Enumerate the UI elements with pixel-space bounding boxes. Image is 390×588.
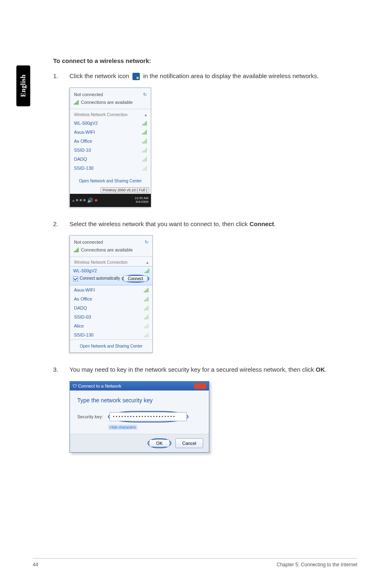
refresh-icon[interactable]: ↻ (143, 92, 147, 97)
network-tray-icon (132, 73, 140, 80)
close-icon[interactable] (194, 383, 206, 389)
network-popup: Not connected ↻ Connections are availabl… (69, 88, 151, 207)
tray-clock[interactable]: 10:35 AM 9/4/2009 (134, 197, 148, 204)
signal-icon (142, 139, 147, 144)
connection-status: Not connected (74, 92, 103, 97)
step-3: 3. You may need to key in the network se… (53, 365, 357, 375)
security-key-input[interactable]: •••••••••••••••••••••• (110, 412, 187, 421)
signal-icon (74, 100, 78, 105)
dialog-title: 🛡 Connect to a Network (72, 384, 121, 388)
network-item[interactable]: DADQ (70, 303, 152, 312)
signal-icon (144, 287, 148, 292)
connections-available: Connections are available (70, 247, 152, 257)
step-1: 1. Click the network icon in the notific… (53, 72, 357, 81)
highlight-oval: Connect (122, 275, 149, 283)
volume-icon[interactable]: 🔊 (87, 197, 93, 203)
network-item[interactable]: Alice (70, 321, 152, 330)
network-item[interactable]: Asus-WIFI (70, 285, 152, 294)
connection-status: Not connected (74, 240, 103, 245)
connections-available: Connections are available (70, 100, 151, 109)
tray-icons: ▴ 🔊 (72, 197, 97, 203)
tray-icon[interactable] (76, 199, 78, 201)
dialog-prompt: Type the network security key (77, 397, 202, 404)
hide-characters-toggle[interactable]: Hide characters (108, 425, 137, 430)
network-item[interactable]: As Office (70, 294, 152, 303)
signal-icon (142, 157, 147, 162)
step-2-text: Select the wireless network that you wan… (69, 220, 276, 229)
flag-icon[interactable] (95, 199, 97, 202)
network-item[interactable]: SSID-03 (70, 312, 152, 321)
popup-header: Not connected ↻ (70, 88, 151, 100)
screenshot-network-list: Not connected ↻ Connections are availabl… (69, 88, 357, 207)
ok-button[interactable]: OK (149, 440, 170, 447)
signal-icon (142, 130, 147, 135)
step-1-number: 1. (53, 72, 69, 81)
checkbox-icon[interactable] (73, 276, 78, 281)
highlight-oval: OK (148, 438, 171, 448)
step-3-number: 3. (53, 365, 69, 375)
language-tab: English (16, 65, 30, 106)
screenshot-network-connect: Not connected ↻ Connections are availabl… (69, 235, 357, 353)
signal-icon (74, 247, 78, 252)
refresh-icon[interactable]: ↻ (145, 240, 148, 245)
signal-icon (144, 314, 148, 319)
chapter-label: Chapter 5: Connecting to the Internet (277, 562, 357, 568)
network-item[interactable]: Asus-WIFI (70, 128, 151, 137)
popup-header: Not connected ↻ (70, 236, 152, 247)
signal-icon (142, 166, 147, 171)
security-key-dialog: 🛡 Connect to a Network Type the network … (69, 381, 209, 453)
page-footer: 44 Chapter 5: Connecting to the Internet (33, 558, 357, 568)
tray-tooltip: PrintKey 2000 v5.10 ( Full ) (101, 187, 149, 193)
signal-icon (145, 268, 149, 273)
step-1-text: Click the network icon in the notificati… (69, 72, 319, 81)
signal-icon (144, 305, 148, 310)
selected-network-name: WL-500gV2 (73, 268, 97, 273)
taskbar: ▴ 🔊 10:35 AM 9/4/2009 (70, 194, 151, 207)
network-popup-connect: Not connected ↻ Connections are availabl… (69, 235, 153, 353)
network-item[interactable]: WL-500gV2 (70, 119, 151, 128)
network-item[interactable]: SSID-130 (70, 330, 152, 340)
signal-icon (142, 148, 147, 153)
network-item[interactable]: SSID-130 (70, 164, 151, 173)
tray-expand-icon[interactable]: ▴ (72, 198, 74, 202)
step-3-text: You may need to key in the network secur… (69, 365, 327, 375)
collapse-icon[interactable]: ▴ (146, 260, 148, 265)
signal-icon (144, 332, 148, 337)
step-2-number: 2. (53, 220, 69, 229)
language-label: English (20, 74, 27, 97)
dialog-titlebar: 🛡 Connect to a Network (70, 382, 209, 391)
selected-network[interactable]: WL-500gV2 Connect automatically Connect (70, 266, 152, 285)
collapse-icon[interactable]: ▴ (145, 112, 147, 117)
screenshot-security-key: 🛡 Connect to a Network Type the network … (69, 381, 357, 453)
wireless-section-label: Wireless Network Connection ▴ (70, 109, 151, 119)
network-item[interactable]: DADQ (70, 155, 151, 164)
open-network-center-link[interactable]: Open Network and Sharing Center (70, 173, 151, 187)
dialog-button-bar: OK Cancel (70, 434, 209, 452)
highlight-oval: •••••••••••••••••••••• (108, 411, 188, 422)
connect-automatically[interactable]: Connect automatically (73, 276, 120, 281)
signal-icon (144, 323, 148, 328)
page-number: 44 (33, 562, 38, 568)
step-2: 2. Select the wireless network that you … (53, 220, 357, 229)
cancel-button[interactable]: Cancel (175, 438, 203, 448)
security-key-label: Security key: (77, 414, 103, 419)
tray-icon[interactable] (83, 199, 85, 201)
tray-icon[interactable] (80, 199, 82, 201)
security-key-row: Security key: •••••••••••••••••••••• (77, 411, 202, 422)
network-item[interactable]: SSID-10 (70, 146, 151, 155)
connect-button[interactable]: Connect (123, 276, 148, 282)
network-item[interactable]: As Office (70, 137, 151, 146)
signal-icon (142, 121, 147, 126)
open-network-center-link[interactable]: Open Network and Sharing Center (70, 340, 152, 352)
section-heading: To connect to a wireless network: (53, 57, 357, 64)
wireless-section-label: Wireless Network Connection ▴ (70, 257, 152, 266)
signal-icon (144, 296, 148, 301)
